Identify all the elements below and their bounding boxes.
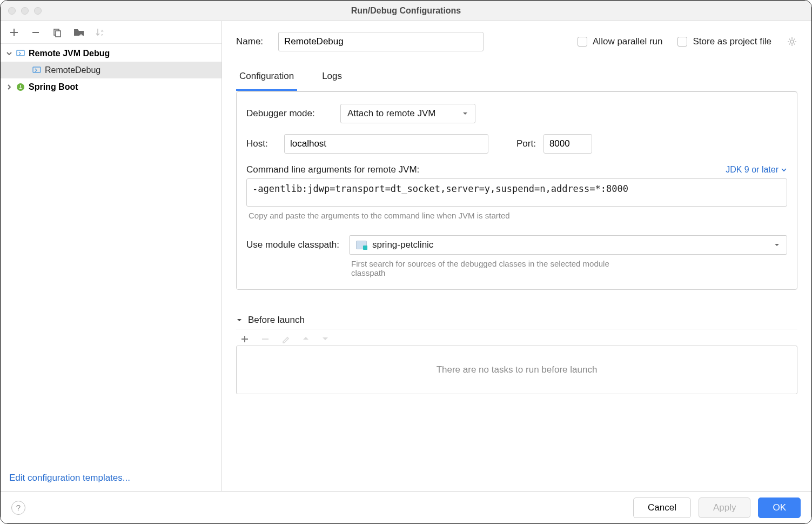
jdk-version-dropdown[interactable]: JDK 9 or later — [726, 165, 787, 175]
port-input[interactable] — [543, 134, 592, 154]
window-title: Run/Debug Configurations — [1, 6, 811, 16]
apply-button[interactable]: Apply — [699, 498, 751, 518]
before-launch-toolbar — [236, 329, 797, 346]
spring-boot-type-icon — [16, 82, 25, 92]
triangle-down-icon — [236, 317, 243, 323]
name-input[interactable] — [278, 32, 484, 51]
before-launch-title: Before launch — [248, 315, 305, 326]
allow-parallel-run-checkbox[interactable]: Allow parallel run — [578, 36, 662, 47]
cmd-args-textarea[interactable]: -agentlib:jdwp=transport=dt_socket,serve… — [246, 178, 787, 207]
chevron-right-icon — [6, 84, 12, 90]
host-label: Host: — [246, 138, 277, 149]
before-launch-header[interactable]: Before launch — [236, 311, 797, 329]
cmd-args-hint: Copy and paste the arguments to the comm… — [246, 207, 787, 220]
sidebar-toolbar: az — [1, 21, 222, 44]
save-config-icon[interactable] — [73, 26, 85, 38]
store-as-project-file-checkbox[interactable]: Store as project file — [677, 36, 771, 47]
chevron-down-icon — [462, 110, 468, 117]
svg-point-7 — [790, 40, 794, 43]
tree-node-label: RemoteDebug — [45, 65, 100, 75]
chevron-down-icon — [6, 50, 12, 57]
dialog-footer: ? Cancel Apply OK — [1, 491, 811, 523]
port-label: Port: — [516, 138, 536, 149]
cmd-args-value: -agentlib:jdwp=transport=dt_socket,serve… — [252, 183, 628, 194]
name-label: Name: — [236, 36, 263, 47]
checkbox-icon — [677, 37, 687, 47]
tree-node-remote-jvm-debug[interactable]: Remote JVM Debug — [1, 45, 222, 62]
remote-debug-config-icon — [32, 65, 42, 75]
module-folder-icon — [356, 241, 367, 249]
debugger-mode-value: Attach to remote JVM — [347, 108, 435, 119]
gear-icon[interactable] — [787, 36, 797, 47]
sort-config-icon[interactable]: az — [95, 26, 106, 38]
host-input[interactable] — [284, 134, 488, 154]
svg-rect-1 — [56, 31, 61, 37]
module-classpath-label: Use module classpath: — [246, 235, 339, 250]
allow-parallel-label: Allow parallel run — [593, 36, 662, 47]
cancel-button[interactable]: Cancel — [633, 498, 691, 518]
titlebar: Run/Debug Configurations — [1, 1, 811, 21]
store-project-label: Store as project file — [693, 36, 771, 47]
config-tree: Remote JVM Debug RemoteDebug Spring Boot — [1, 44, 222, 465]
edit-task-icon[interactable] — [281, 335, 290, 343]
jdk-link-label: JDK 9 or later — [726, 165, 779, 175]
svg-rect-5 — [33, 67, 41, 72]
remove-task-icon[interactable] — [261, 335, 270, 343]
copy-config-icon[interactable] — [51, 26, 63, 38]
move-up-icon[interactable] — [302, 335, 310, 343]
add-config-icon[interactable] — [8, 26, 20, 38]
module-classpath-value: spring-petclinic — [372, 240, 433, 250]
cmd-args-label: Command line arguments for remote JVM: — [246, 164, 419, 175]
sidebar: az Remote JVM Debug RemoteDebug — [1, 21, 222, 491]
add-task-icon[interactable] — [240, 335, 249, 343]
module-classpath-select[interactable]: spring-petclinic — [349, 235, 787, 255]
module-classpath-hint: First search for sources of the debugged… — [349, 255, 630, 277]
chevron-down-icon — [781, 167, 787, 173]
tree-node-label: Spring Boot — [29, 82, 78, 92]
checkbox-icon — [578, 37, 587, 47]
svg-rect-4 — [17, 50, 24, 56]
tree-node-label: Remote JVM Debug — [29, 49, 110, 58]
main-panel: Name: Allow parallel run Store as projec… — [222, 21, 811, 491]
edit-templates-link[interactable]: Edit configuration templates... — [9, 473, 130, 483]
tab-configuration[interactable]: Configuration — [236, 65, 297, 91]
before-launch-section: Before launch There are no tasks to run … — [236, 311, 797, 394]
remove-config-icon[interactable] — [30, 26, 42, 38]
configuration-panel: Debugger mode: Attach to remote JVM Host… — [236, 91, 797, 290]
before-launch-empty-text: There are no tasks to run before launch — [437, 364, 598, 375]
chevron-down-icon — [774, 242, 780, 248]
debugger-mode-label: Debugger mode: — [246, 108, 333, 119]
remote-debug-type-icon — [16, 49, 25, 58]
tree-node-remotedebug[interactable]: RemoteDebug — [1, 62, 222, 78]
move-down-icon[interactable] — [321, 335, 329, 343]
ok-button[interactable]: OK — [758, 498, 801, 518]
tab-logs[interactable]: Logs — [319, 65, 345, 91]
tree-node-spring-boot[interactable]: Spring Boot — [1, 78, 222, 95]
debugger-mode-select[interactable]: Attach to remote JVM — [340, 104, 475, 123]
tabs: Configuration Logs — [236, 65, 797, 91]
before-launch-tasks-list: There are no tasks to run before launch — [236, 346, 797, 394]
help-icon[interactable]: ? — [11, 501, 25, 515]
svg-text:z: z — [101, 32, 103, 37]
